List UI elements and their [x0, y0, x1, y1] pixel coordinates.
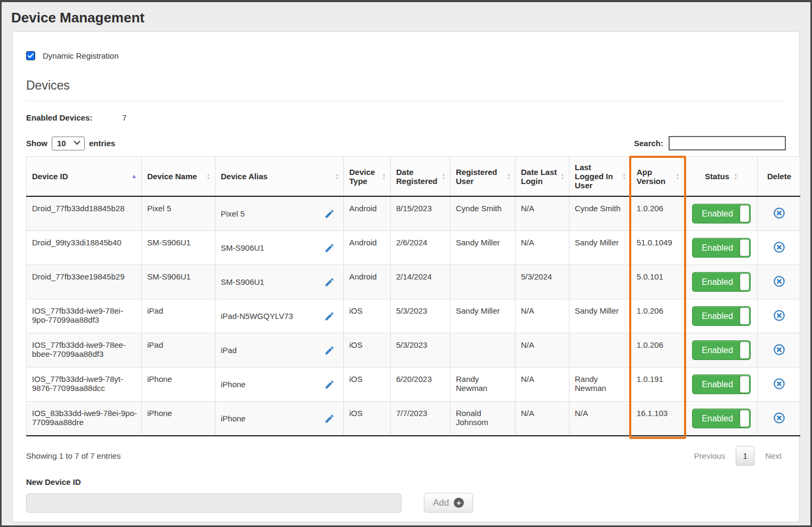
- delete-icon[interactable]: [773, 309, 785, 322]
- column-header-registered-user[interactable]: Registered User▲▼: [451, 157, 516, 197]
- device-name-cell: iPad: [142, 333, 215, 368]
- status-cell: Enabled: [685, 402, 758, 436]
- status-toggle[interactable]: Enabled: [692, 238, 751, 258]
- column-header-date-last-login[interactable]: Date Last Login▲▼: [516, 157, 569, 197]
- column-header-date-registered[interactable]: Date Registered▲▼: [391, 157, 451, 197]
- device-alias-text: iPad-N5WGQYLV73: [221, 312, 293, 321]
- last-logged-in-user-cell: Sandy Miller: [569, 299, 631, 333]
- next-page-button[interactable]: Next: [761, 448, 786, 464]
- device-alias-cell: iPhone: [215, 368, 344, 402]
- page-number-button[interactable]: 1: [736, 446, 754, 466]
- edit-pencil-icon[interactable]: [324, 345, 335, 356]
- toggle-knob: [740, 342, 749, 358]
- device-alias-text: iPad: [221, 346, 237, 355]
- sort-icon: ▲▼: [335, 173, 339, 180]
- status-toggle[interactable]: Enabled: [692, 204, 751, 223]
- device-alias-text: Pixel 5: [221, 209, 245, 218]
- show-label: Show: [26, 139, 47, 148]
- registered-user-cell: Sandy Miller: [451, 299, 516, 333]
- status-toggle-label: Enabled: [693, 209, 740, 219]
- date-registered-cell: 7/7/2023: [391, 402, 451, 436]
- column-header-last-logged-in-user[interactable]: Last Logged In User▲▼: [569, 157, 631, 197]
- chevron-down-icon: [74, 138, 81, 145]
- delete-cell: [758, 231, 800, 265]
- app-version-cell: 16.1.103: [631, 402, 685, 436]
- sort-icon: ▲▼: [560, 173, 565, 180]
- table-footer-row: Showing 1 to 7 of 7 entries Previous 1 N…: [26, 446, 786, 466]
- previous-page-button[interactable]: Previous: [690, 448, 729, 464]
- edit-pencil-icon[interactable]: [324, 243, 335, 253]
- table-wrapper: Device ID▲ Device Name▲▼ Device Alias▲▼ …: [26, 156, 786, 436]
- sort-icon: ▲▼: [507, 173, 511, 180]
- edit-pencil-icon[interactable]: [324, 277, 335, 288]
- device-id-cell: IOS_83b33dd-iwe9-78ei-9po-77099aa88dre: [27, 402, 142, 436]
- status-toggle[interactable]: Enabled: [692, 340, 751, 360]
- toggle-knob: [740, 274, 749, 290]
- edit-pencil-icon[interactable]: [324, 413, 335, 424]
- page-length-select[interactable]: 10: [52, 137, 85, 150]
- column-header-delete: Delete: [758, 157, 800, 197]
- column-header-device-type[interactable]: Device Type▲▼: [344, 157, 391, 197]
- sort-icon: ▲▼: [441, 173, 446, 180]
- date-registered-cell: 2/6/2024: [391, 231, 451, 265]
- edit-pencil-icon[interactable]: [324, 209, 335, 219]
- edit-pencil-icon[interactable]: [324, 311, 335, 322]
- devices-table: Device ID▲ Device Name▲▼ Device Alias▲▼ …: [26, 156, 800, 436]
- date-registered-cell: 6/20/2023: [391, 368, 451, 402]
- dynamic-registration-checkbox[interactable]: [26, 51, 35, 60]
- delete-cell: [758, 368, 800, 402]
- table-header-row: Device ID▲ Device Name▲▼ Device Alias▲▼ …: [27, 157, 800, 197]
- device-id-cell: IOS_77fb33dd-iwe9-78yt-9876-77099aa88dcc: [27, 368, 142, 402]
- new-device-id-input[interactable]: [26, 493, 401, 513]
- delete-cell: [758, 402, 800, 436]
- status-toggle-label: Enabled: [693, 414, 740, 424]
- column-header-device-alias[interactable]: Device Alias▲▼: [215, 157, 344, 197]
- registered-user-cell: Ronald Johnsom: [451, 402, 516, 436]
- device-name-cell: iPhone: [142, 368, 215, 402]
- status-toggle[interactable]: Enabled: [692, 409, 751, 428]
- date-last-login-cell: N/A: [516, 368, 569, 402]
- device-id-cell: Droid_99ty33di18845b40: [27, 231, 142, 265]
- search-input[interactable]: [669, 136, 786, 150]
- device-alias-cell: SM-S906U1: [215, 265, 344, 299]
- devices-section-title: Devices: [26, 78, 786, 101]
- status-toggle[interactable]: Enabled: [692, 272, 751, 292]
- status-toggle[interactable]: Enabled: [692, 306, 751, 326]
- column-header-app-version[interactable]: App Version▲▼: [631, 157, 685, 197]
- sort-icon: ▲▼: [622, 173, 626, 180]
- column-header-device-name[interactable]: Device Name▲▼: [142, 157, 215, 197]
- delete-icon[interactable]: [773, 207, 785, 219]
- add-device-button[interactable]: Add +: [424, 493, 473, 513]
- dynamic-registration-row: Dynamic Registration: [26, 51, 786, 60]
- device-id-cell: IOS_77fb33dd-iwe9-78ee-bbee-77099aa88df3: [27, 333, 142, 368]
- add-button-label: Add: [433, 498, 449, 508]
- delete-icon[interactable]: [773, 412, 785, 424]
- enabled-devices-label: Enabled Devices:: [26, 113, 92, 122]
- date-last-login-cell: N/A: [516, 402, 569, 436]
- registered-user-cell: [451, 333, 516, 368]
- column-header-status[interactable]: Status▲▼: [685, 157, 758, 197]
- table-row: Droid_99ty33di18845b40 SM-S906U1 SM-S906…: [27, 231, 800, 265]
- status-toggle[interactable]: Enabled: [692, 374, 751, 394]
- enabled-devices-count: 7: [122, 113, 126, 122]
- device-alias-cell: iPhone: [215, 402, 344, 436]
- status-toggle-label: Enabled: [693, 243, 740, 253]
- app-version-cell: 51.0.1049: [631, 231, 685, 265]
- table-row: Droid_77fb33dd18845b28 Pixel 5 Pixel 5 A…: [27, 196, 800, 231]
- delete-icon[interactable]: [773, 344, 785, 356]
- last-logged-in-user-cell: Cynde Smith: [569, 196, 631, 231]
- column-header-device-id[interactable]: Device ID▲: [27, 157, 142, 197]
- delete-icon[interactable]: [773, 241, 785, 253]
- delete-icon[interactable]: [773, 378, 785, 390]
- delete-cell: [758, 299, 800, 333]
- device-name-cell: iPhone: [142, 402, 215, 436]
- app-version-cell: 1.0.206: [631, 333, 685, 368]
- date-registered-cell: 8/15/2023: [391, 196, 451, 231]
- device-alias-cell: Pixel 5: [215, 196, 344, 231]
- app-version-cell: 1.0.206: [631, 299, 685, 333]
- sort-icon: ▲▼: [676, 173, 680, 180]
- delete-cell: [758, 265, 800, 299]
- date-last-login-cell: 5/3/2024: [516, 265, 569, 299]
- edit-pencil-icon[interactable]: [324, 379, 335, 390]
- delete-icon[interactable]: [773, 275, 785, 288]
